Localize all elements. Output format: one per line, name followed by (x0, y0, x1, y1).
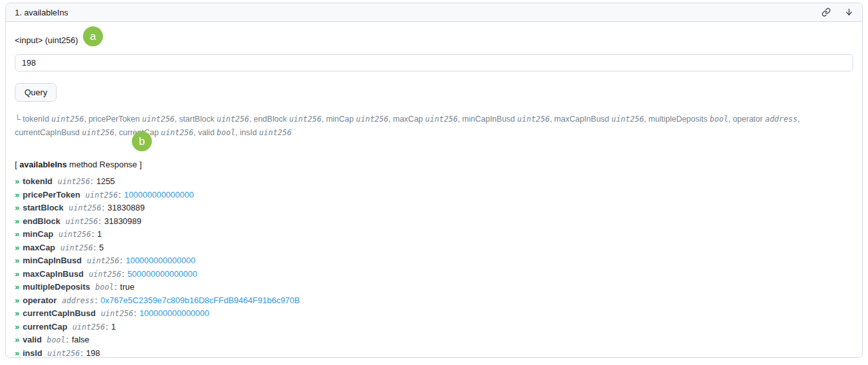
signature-param-name: operator (733, 115, 763, 124)
response-bracket: [ (15, 160, 17, 169)
response-row: »maxCapuint256:5 (15, 241, 853, 255)
query-button[interactable]: Query (15, 83, 57, 102)
response-param-value[interactable]: 500000000000000 (127, 269, 197, 279)
response-param-type: uint256 (89, 270, 122, 279)
signature-param-type: uint256 (161, 128, 194, 137)
signature-param-type: address (765, 115, 798, 124)
response-param-type: uint256 (59, 230, 91, 239)
colon: : (95, 295, 98, 305)
response-param-name: minCap (23, 229, 53, 239)
annotation-badge-b: b (132, 131, 152, 151)
signature-param-name: tokenId (23, 115, 49, 124)
chevron-icon: » (15, 322, 19, 332)
response-param-type: uint256 (60, 243, 93, 252)
collapse-arrow-icon[interactable] (845, 8, 853, 17)
response-param-type: uint256 (101, 309, 134, 318)
response-param-name: maxCap (23, 243, 55, 252)
response-suffix: method Response ] (69, 160, 142, 169)
chevron-icon: » (15, 176, 19, 186)
response-param-value: 31830989 (104, 216, 142, 226)
signature-param-type: uint256 (289, 115, 322, 124)
response-row: »operatoraddress:0x767e5C2359e7c809b16D8… (15, 294, 853, 308)
method-title: 1. availableIns (15, 8, 68, 17)
chevron-icon: » (15, 348, 19, 358)
chevron-icon: » (15, 308, 19, 318)
response-param-type: bool (47, 335, 66, 344)
signature-param-type: uint256 (425, 115, 458, 124)
response-param-name: valid (23, 335, 42, 344)
response-param-name: multipleDeposits (23, 282, 90, 292)
colon: : (120, 256, 123, 265)
signature-param-name: startBlock (179, 115, 214, 124)
signature-param-type: uint256 (356, 115, 389, 124)
response-param-name: maxCapInBusd (23, 269, 84, 279)
signature-param-type: uint256 (259, 128, 292, 137)
response-param-type: address (62, 296, 95, 305)
colon: : (106, 322, 108, 332)
header-icons (822, 8, 853, 17)
colon: : (91, 229, 94, 239)
response-param-type: uint256 (69, 203, 102, 212)
permalink-icon[interactable] (822, 8, 831, 17)
chevron-icon: » (15, 229, 19, 239)
response-param-value: 5 (99, 243, 104, 252)
chevron-icon: » (15, 335, 19, 344)
chevron-icon: » (15, 295, 19, 305)
response-param-name: pricePerToken (23, 190, 80, 200)
method-card-body: <input> (uint256) Query └ tokenId uint25… (6, 22, 862, 365)
response-header: [ availableIns method Response ] (15, 160, 853, 169)
signature-param-name: pricePerToken (88, 115, 140, 124)
signature-param-type: bool (217, 128, 235, 137)
input-label: <input> (uint256) (15, 35, 78, 45)
response-param-name: minCapInBusd (23, 256, 82, 265)
chevron-icon: » (15, 216, 19, 226)
colon: : (93, 243, 96, 252)
signature-param-name: minCapInBusd (462, 115, 515, 124)
response-param-type: uint256 (57, 177, 90, 186)
chevron-icon: » (15, 243, 19, 252)
colon: : (98, 216, 101, 226)
colon: : (66, 335, 69, 344)
colon: : (118, 190, 121, 200)
response-param-type: uint256 (86, 191, 118, 200)
response-row: »startBlockuint256:31830889 (15, 201, 853, 215)
response-row: »maxCapInBusduint256:500000000000000 (15, 268, 853, 281)
response-param-value[interactable]: 100000000000000 (124, 190, 194, 200)
signature-param-type: uint256 (142, 115, 175, 124)
signature-param-name: valid (198, 128, 215, 137)
response-row: »minCapuint256:1 (15, 228, 853, 241)
response-row: »multipleDepositsbool:true (15, 281, 853, 294)
response-param-value: false (71, 335, 89, 344)
method-card-header[interactable]: 1. availableIns (6, 3, 862, 22)
colon: : (122, 269, 124, 279)
chevron-icon: » (15, 256, 19, 265)
signature-param-name: insId (240, 128, 257, 137)
signature-param-name: maxCapInBusd (554, 115, 609, 124)
signature-param-name: endBlock (254, 115, 286, 124)
response-param-value[interactable]: 100000000000000 (125, 256, 195, 265)
response-param-value[interactable]: 0x767e5C2359e7c809b16D8cFFdB9464F91b6c97… (100, 295, 300, 305)
response-param-value: 1 (111, 322, 116, 332)
response-param-name: endBlock (23, 216, 60, 226)
colon: : (134, 308, 136, 318)
response-param-name: operator (23, 295, 57, 305)
response-param-type: uint256 (87, 256, 120, 265)
response-param-value[interactable]: 100000000000000 (140, 308, 209, 318)
response-row: »tokenIduint256:1255 (15, 175, 853, 189)
signature-param-type: uint256 (51, 115, 84, 124)
response-param-type: uint256 (73, 323, 106, 332)
signature-param-type: uint256 (611, 115, 644, 124)
response-param-type: uint256 (48, 349, 80, 358)
signature-param-type: uint256 (82, 128, 115, 137)
response-param-type: uint256 (66, 217, 98, 226)
response-param-value: true (120, 282, 134, 292)
signature-param-name: minCap (326, 115, 354, 124)
annotation-badge-a: a (83, 26, 103, 46)
response-param-value: 198 (86, 348, 100, 358)
response-method-name: availableIns (19, 160, 67, 169)
signature-param-name: multipleDeposits (649, 115, 708, 124)
response-row: »currentCapInBusduint256:100000000000000 (15, 307, 853, 321)
method-input[interactable] (15, 54, 853, 71)
response-row: »minCapInBusduint256:100000000000000 (15, 254, 853, 268)
response-row: »insIduint256:198 (15, 347, 853, 360)
